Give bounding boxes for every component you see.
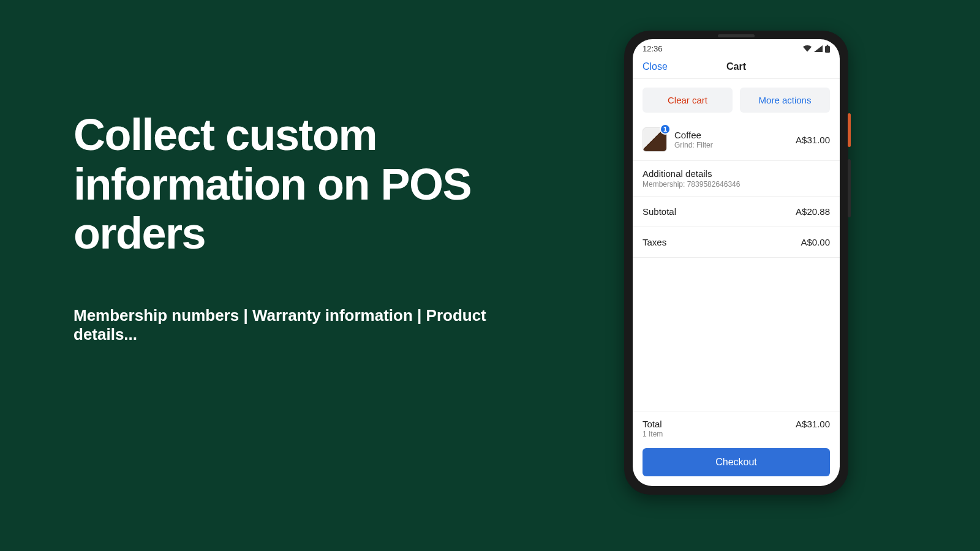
cart-line-item[interactable]: 1 Coffee Grind: Filter A$31.00 (633, 121, 840, 161)
additional-details-section[interactable]: Additional details Membership: 783958264… (633, 161, 840, 197)
cart-actions: Clear cart More actions (633, 79, 840, 121)
marketing-headline: Collect custom information on POS orders (74, 110, 551, 258)
phone-speaker (718, 34, 755, 37)
taxes-row: Taxes A$0.00 (633, 227, 840, 258)
subtotal-row: Subtotal A$20.88 (633, 197, 840, 227)
close-button[interactable]: Close (643, 61, 668, 72)
cart-footer: Total 1 Item A$31.00 Checkout (633, 411, 840, 486)
total-item-count: 1 Item (643, 430, 663, 438)
subtotal-value: A$20.88 (796, 206, 830, 217)
additional-details-title: Additional details (643, 168, 830, 179)
phone-power-button (848, 113, 851, 147)
phone-mockup: 12:36 Close Cart (624, 31, 848, 495)
svg-rect-1 (827, 45, 829, 46)
status-time: 12:36 (643, 44, 663, 53)
home-indicator (703, 481, 770, 484)
total-value: A$31.00 (796, 419, 830, 429)
line-item-price: A$31.00 (796, 135, 830, 145)
page-title: Cart (726, 61, 746, 72)
subtotal-label: Subtotal (643, 206, 676, 217)
battery-icon (825, 45, 830, 53)
app-screen: 12:36 Close Cart (633, 39, 840, 486)
product-name: Coffee (674, 130, 796, 140)
checkout-button[interactable]: Checkout (643, 448, 830, 476)
taxes-label: Taxes (643, 237, 666, 247)
more-actions-button[interactable]: More actions (740, 88, 830, 113)
nav-bar: Close Cart (633, 58, 840, 79)
phone-volume-button (848, 159, 851, 217)
clear-cart-button[interactable]: Clear cart (643, 88, 733, 113)
additional-details-line: Membership: 7839582646346 (643, 180, 830, 189)
wifi-icon (803, 45, 812, 52)
status-bar: 12:36 (633, 39, 840, 58)
taxes-value: A$0.00 (801, 237, 830, 247)
marketing-subline: Membership numbers | Warranty informatio… (74, 306, 551, 344)
svg-rect-0 (825, 46, 830, 53)
signal-icon (814, 45, 823, 52)
total-label: Total (643, 419, 663, 429)
quantity-badge: 1 (660, 124, 671, 135)
product-variant: Grind: Filter (674, 141, 796, 149)
